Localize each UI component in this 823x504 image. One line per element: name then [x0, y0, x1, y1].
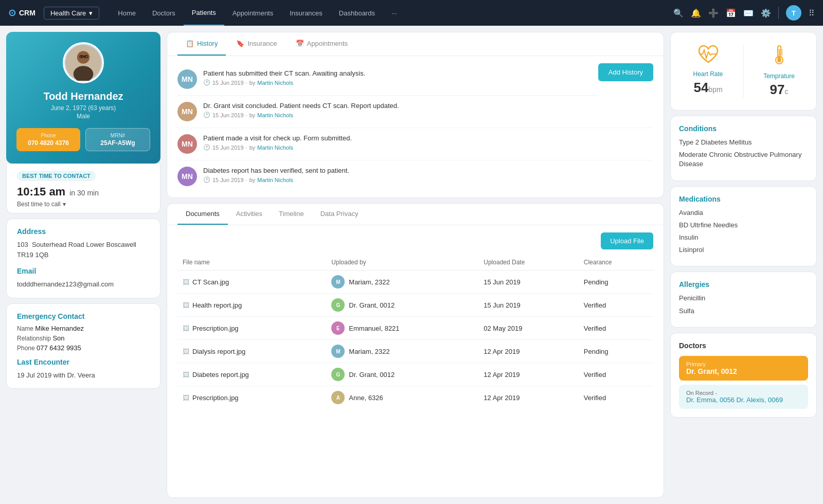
history-item: MN Patient made a visit for check up. Fo…	[177, 128, 653, 160]
nav-home[interactable]: Home	[110, 0, 144, 26]
nav-dashboards[interactable]: Dashboards	[331, 0, 383, 26]
emergency-name-label: Name	[17, 325, 35, 332]
vitals-card: Heart Rate 54bpm	[670, 32, 817, 111]
upload-date-cell: 12 Apr 2019	[478, 363, 578, 386]
history-by-link[interactable]: Martin Nichols	[257, 80, 293, 86]
mrn-button[interactable]: MRN# 25AF-A5Wg	[85, 128, 150, 151]
table-row: 🖼Health report.jpg G Dr. Grant, 0012 15 …	[177, 294, 653, 317]
appointments-tab-icon: 📅	[296, 40, 304, 47]
chevron-down-icon: ▾	[63, 201, 66, 208]
conditions-card: Conditions Type 2 Diabetes MellitusModer…	[670, 116, 817, 181]
calendar-icon[interactable]: 📅	[726, 8, 736, 18]
docs-tab-timeline[interactable]: Timeline	[271, 204, 312, 225]
clock-icon: 🕐	[203, 112, 210, 118]
doctor-record-label: On Record -	[686, 390, 801, 396]
search-icon[interactable]: 🔍	[673, 8, 684, 18]
nav-more[interactable]: ···	[383, 0, 405, 26]
history-avatar: MN	[177, 69, 197, 89]
history-meta: 🕐 15 Jun 2019 · by Martin Nichols	[203, 176, 653, 183]
col-clearance: Clearance	[579, 255, 653, 271]
doctor-primary-label: Primary	[686, 361, 801, 367]
clearance-cell: Verified	[579, 386, 653, 409]
patient-name: Todd Hernandez	[16, 91, 150, 102]
tab-insurance[interactable]: 🔖 Insurance	[228, 32, 285, 56]
bell-icon[interactable]: 🔔	[691, 8, 701, 18]
history-avatar: MN	[177, 134, 197, 154]
file-name-cell: 🖼Prescription.jpg	[177, 386, 326, 409]
nav-doctors[interactable]: Doctors	[144, 0, 184, 26]
user-avatar[interactable]: T	[786, 5, 801, 21]
temperature-unit: c	[784, 87, 788, 96]
history-text: Diabetes report has been verified, sent …	[203, 167, 653, 174]
file-name-cell: 🖼Prescription.jpg	[177, 317, 326, 340]
uploader-name: Mariam, 2322	[349, 278, 389, 286]
patient-dob: June 2, 1972 (63 years)	[16, 104, 150, 112]
history-tab-icon: 📋	[186, 40, 194, 47]
uploader-name: Dr. Grant, 0012	[349, 371, 395, 379]
history-date: 15 Jun 2019	[212, 112, 244, 118]
allergies-title: Allergies	[679, 280, 808, 289]
col-uploadedby: Uploaded by	[326, 255, 478, 271]
doctors-title: Doctors	[679, 341, 808, 350]
history-meta: 🕐 15 Jun 2019 · by Martin Nichols	[203, 79, 598, 86]
best-time-call[interactable]: Best time to call ▾	[17, 201, 150, 208]
file-icon: 🖼	[183, 371, 189, 379]
history-by-link[interactable]: Martin Nichols	[257, 145, 293, 151]
history-content: Add History MN Patient has submitted the…	[167, 56, 664, 197]
history-list: MN Patient has submitted their CT scan. …	[177, 63, 653, 192]
clearance-cell: Pending	[579, 271, 653, 294]
doctor-record-value: Dr. Emma, 0056 Dr. Alexis, 0069	[686, 396, 801, 404]
email-title: Email	[17, 267, 150, 275]
docs-tab-documents[interactable]: Documents	[177, 204, 228, 225]
health-care-dropdown[interactable]: Health Care ▾	[44, 7, 99, 20]
emergency-phone-value: 077 6432 9935	[37, 344, 81, 352]
history-body: Dr. Grant visit concluded. Patient needs…	[203, 102, 653, 121]
add-icon[interactable]: ➕	[708, 8, 719, 18]
phone-button[interactable]: Phone 070 4820 4376	[16, 128, 80, 151]
history-meta: 🕐 15 Jun 2019 · by Martin Nichols	[203, 112, 653, 118]
file-name-cell: 🖼Dialysis report.jpg	[177, 340, 326, 363]
add-history-button[interactable]: Add History	[598, 63, 653, 81]
history-by-link[interactable]: Martin Nichols	[257, 112, 293, 118]
tab-appointments[interactable]: 📅 Appointments	[288, 32, 356, 56]
docs-tab-dataprivacy[interactable]: Data Privacy	[312, 204, 367, 225]
uploaded-by-cell: G Dr. Grant, 0012	[326, 294, 478, 317]
medication-item: BD Ultrfine Needles	[679, 221, 808, 230]
settings-icon[interactable]: ⚙️	[761, 8, 771, 18]
mail-icon[interactable]: ✉️	[743, 8, 754, 18]
history-item: MN Patient has submitted their CT scan. …	[177, 63, 598, 96]
chevron-down-icon: ▾	[89, 9, 93, 17]
grid-icon[interactable]: ⠿	[809, 8, 815, 18]
condition-item: Type 2 Diabetes Mellitus	[679, 138, 808, 147]
nav-appointments[interactable]: Appointments	[224, 0, 282, 26]
history-by-link[interactable]: Martin Nichols	[257, 177, 293, 183]
temperature-item: Temprature 97c	[750, 41, 808, 102]
patient-contacts: Phone 070 4820 4376 MRN# 25AF-A5Wg	[16, 128, 150, 151]
history-avatar: MN	[177, 102, 197, 121]
left-panel: Todd Hernandez June 2, 1972 (63 years) M…	[6, 32, 160, 498]
file-name-cell: 🖼Diabetes report.jpg	[177, 363, 326, 386]
last-encounter-value: 19 Jul 2019 with Dr. Veera	[17, 370, 150, 381]
uploader-name: Mariam, 2322	[349, 348, 389, 355]
clock-icon: 🕐	[203, 144, 210, 151]
file-name-cell: 🖼Health report.jpg	[177, 294, 326, 317]
upload-file-button[interactable]: Upload File	[601, 232, 653, 249]
heart-rate-unit: bpm	[708, 85, 722, 94]
mrn-label: MRN#	[88, 133, 148, 138]
docs-body: Upload File File name Uploaded by Upload…	[167, 225, 664, 416]
phone-label: Phone	[19, 133, 78, 138]
heart-rate-value: 54bpm	[683, 80, 733, 96]
patient-card: Todd Hernandez June 2, 1972 (63 years) M…	[6, 32, 160, 164]
history-body: Patient made a visit for check up. Form …	[203, 134, 653, 154]
medications-list: AvandiaBD Ultrfine NeedlesInsulinLisinpr…	[679, 208, 808, 255]
nav-insurances[interactable]: Insurances	[281, 0, 331, 26]
temperature-icon	[754, 45, 804, 69]
tab-history[interactable]: 📋 History	[177, 32, 226, 56]
documents-card: Documents Activities Timeline Data Priva…	[167, 203, 664, 498]
upload-date-cell: 12 Apr 2019	[478, 340, 578, 363]
nav-patients[interactable]: Patients	[184, 0, 224, 26]
medication-item: Insulin	[679, 233, 808, 242]
last-encounter-title: Last Encounter	[17, 358, 150, 366]
docs-tab-activities[interactable]: Activities	[228, 204, 271, 225]
nav-divider	[778, 7, 779, 19]
